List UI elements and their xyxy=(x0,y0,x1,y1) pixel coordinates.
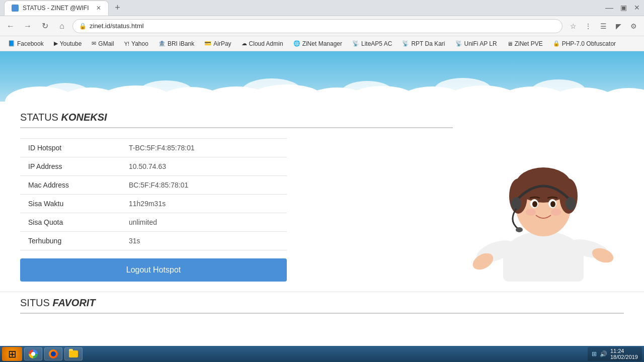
bookmark-label: Youtube xyxy=(60,40,82,47)
bookmark-yahoo[interactable]: Y!Yahoo xyxy=(120,39,152,48)
field-value: unlimited xyxy=(121,213,287,232)
table-row: Sisa Waktu11h29m31s xyxy=(20,195,287,213)
volume-icon: 🔊 xyxy=(600,350,607,357)
main-area: STATUS KONEKSI ID HotspotT-BC:5F:F4:85:7… xyxy=(0,102,644,292)
bookmark-icon: 📡 xyxy=(402,40,409,47)
bookmark-label: Cloud Admin xyxy=(249,40,283,47)
bookmark-bri-ibank[interactable]: 🏦BRI iBank xyxy=(154,39,198,48)
bookmark-liteap5-ac[interactable]: 📡LiteAP5 AC xyxy=(348,39,396,48)
tab-bar: STATUS - ZINET @WIFI ✕ + xyxy=(4,1,125,16)
taskbar-chrome[interactable] xyxy=(24,347,42,360)
bookmarks-button[interactable]: ☆ xyxy=(567,20,580,33)
restore-button[interactable]: ▣ xyxy=(620,4,627,13)
taskbar-firefox[interactable] xyxy=(44,347,62,360)
svg-point-37 xyxy=(516,227,523,232)
svg-point-14 xyxy=(138,80,194,102)
bookmark-zinet-manager[interactable]: 🌐ZiNet Manager xyxy=(289,39,346,48)
reload-button[interactable]: ↻ xyxy=(38,20,51,33)
table-row: Sisa Quotaunlimited xyxy=(20,213,287,232)
close-button[interactable]: ✕ xyxy=(634,4,640,13)
bookmark-label: RPT Da Kari xyxy=(411,40,445,47)
support-image xyxy=(463,112,624,282)
home-button[interactable]: ⌂ xyxy=(55,20,68,33)
field-label: Sisa Quota xyxy=(20,213,121,232)
bookmark-gmail[interactable]: ✉GMail xyxy=(88,39,118,48)
bookmark-unifi-ap-lr[interactable]: 📡UniFi AP LR xyxy=(451,39,501,48)
bookmark-label: LiteAP5 AC xyxy=(361,40,392,47)
clock-date: 18/02/2019 xyxy=(610,354,638,360)
firefox-icon xyxy=(49,349,58,358)
table-row: Terhubung31s xyxy=(20,232,287,250)
toolbar-icons: ☆ ⋮ ☰ ◤ ⚙ xyxy=(567,20,640,33)
back-button[interactable]: ← xyxy=(4,20,17,33)
bookmark-cloud-admin[interactable]: ☁Cloud Admin xyxy=(237,39,287,48)
support-person-illustration xyxy=(468,141,619,282)
cloud-decoration xyxy=(0,76,644,102)
field-label: Mac Address xyxy=(20,176,121,195)
bookmark-label: Yahoo xyxy=(131,40,148,47)
browser-titlebar: STATUS - ZINET @WIFI ✕ + ― ▣ ✕ xyxy=(0,0,644,16)
bookmark-icon: 🌐 xyxy=(293,40,300,47)
active-tab[interactable]: STATUS - ZINET @WIFI ✕ xyxy=(4,1,109,16)
bookmark-icon: 💳 xyxy=(204,40,211,47)
bookmark-icon: ▶ xyxy=(54,40,58,47)
bookmark-icon: 📡 xyxy=(455,40,462,47)
bookmark-icon: 🖥 xyxy=(507,41,513,47)
taskbar-explorer[interactable] xyxy=(64,347,83,360)
bookmark-label: ZiNet PVE xyxy=(515,40,543,47)
bookmark-icon: 🏦 xyxy=(158,40,166,47)
new-tab-button[interactable]: + xyxy=(111,1,125,15)
bookmark-youtube[interactable]: ▶Youtube xyxy=(50,39,86,48)
clock: 11:24 18/02/2019 xyxy=(610,348,638,360)
firefox-icon-inner xyxy=(51,351,56,356)
folder-tab-icon xyxy=(69,349,73,351)
field-value: BC:5F:F4:85:78:01 xyxy=(121,176,287,195)
table-row: IP Address10.50.74.63 xyxy=(20,157,287,176)
bookmark-label: UniFi AP LR xyxy=(464,40,497,47)
bookmark-label: ZiNet Manager xyxy=(302,40,342,47)
field-label: Terhubung xyxy=(20,232,121,250)
bookmark-icon: 📘 xyxy=(8,40,15,47)
menu-button[interactable]: ⋮ xyxy=(582,20,595,33)
bookmark-rpt-da-kari[interactable]: 📡RPT Da Kari xyxy=(398,39,449,48)
logout-button[interactable]: Logout Hotspot xyxy=(20,258,287,282)
start-button[interactable]: ⊞ xyxy=(2,347,22,361)
svg-point-15 xyxy=(242,78,302,102)
bookmark-airpay[interactable]: 💳AirPay xyxy=(200,39,235,48)
svg-point-33 xyxy=(532,201,537,207)
taskbar: ⊞ ⊞ 🔊 11:24 18/02/2019 xyxy=(0,346,644,362)
svg-point-30 xyxy=(518,171,569,191)
network-icon: ⊞ xyxy=(592,350,597,357)
windows-icon: ⊞ xyxy=(8,348,17,360)
browser-toolbar: ← → ↻ ⌂ 🔒 zinet.id/status.html ☆ ⋮ ☰ ◤ ⚙ xyxy=(0,16,644,36)
tab-close-button[interactable]: ✕ xyxy=(96,5,101,12)
address-bar[interactable]: 🔒 zinet.id/status.html xyxy=(72,19,562,33)
page-content: STATUS KONEKSI ID HotspotT-BC:5F:F4:85:7… xyxy=(0,51,644,346)
minimize-button[interactable]: ― xyxy=(605,4,613,13)
window-controls: ― ▣ ✕ xyxy=(605,4,640,13)
field-value: 31s xyxy=(121,232,287,250)
bookmark-php-7.0-obfuscator[interactable]: 🔒PHP-7.0 Obfuscator xyxy=(549,39,620,48)
bookmark-zinet-pve[interactable]: 🖥ZiNet PVE xyxy=(503,39,547,48)
system-tray: ⊞ 🔊 11:24 18/02/2019 xyxy=(588,347,642,361)
chrome-icon-inner xyxy=(31,352,35,356)
field-label: Sisa Waktu xyxy=(20,195,121,213)
forward-button[interactable]: → xyxy=(21,20,34,33)
bookmark-label: BRI iBank xyxy=(168,40,194,47)
section-title-koneksi: STATUS KONEKSI xyxy=(20,112,453,128)
svg-point-17 xyxy=(434,78,492,102)
status-section: STATUS KONEKSI ID HotspotT-BC:5F:F4:85:7… xyxy=(20,112,453,282)
bookmark-label: GMail xyxy=(98,40,114,47)
extensions-button[interactable]: ⚙ xyxy=(627,20,640,33)
field-value: 10.50.74.63 xyxy=(121,157,287,176)
bottom-section: SITUS FAVORIT xyxy=(0,292,644,324)
reader-button[interactable]: ☰ xyxy=(597,20,610,33)
bookmark-icon: ☁ xyxy=(242,40,247,47)
sidebar-toggle-button[interactable]: ◤ xyxy=(612,20,625,33)
table-row: ID HotspotT-BC:5F:F4:85:78:01 xyxy=(20,139,287,157)
bookmark-facebook[interactable]: 📘Facebook xyxy=(4,39,48,48)
svg-point-34 xyxy=(550,201,555,207)
bookmark-icon: ✉ xyxy=(92,40,96,47)
bookmark-icon: 🔒 xyxy=(553,40,560,47)
bookmark-label: AirPay xyxy=(213,40,231,47)
